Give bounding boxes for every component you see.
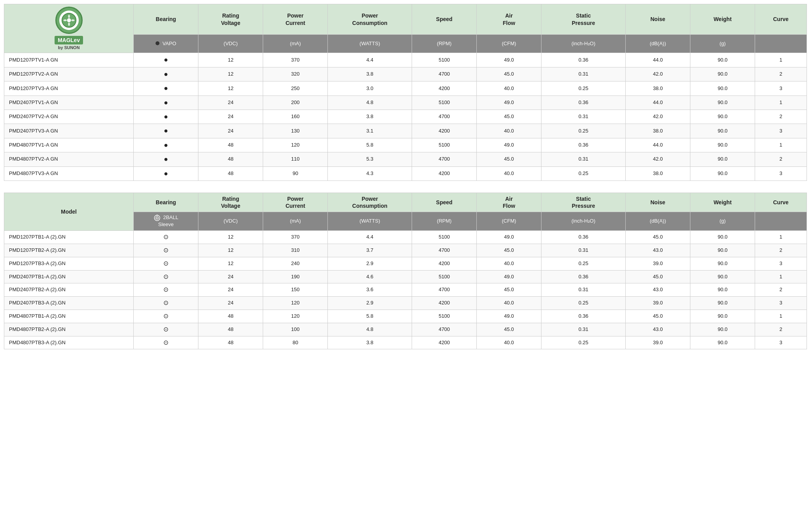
t2-model-cell: PMD4807PTB1-A (2).GN (4, 310, 134, 323)
t2-curve-unit-empty (755, 212, 807, 231)
t1-pressure-cell: 0.36 (541, 96, 626, 110)
t1-bearing-cell: ● (134, 138, 198, 152)
t2-airflow-cell: 45.0 (477, 244, 541, 257)
t2-cfm-unit: (CFM) (477, 212, 541, 231)
cfm-unit: (CFM) (477, 35, 541, 53)
t1-model-cell: PMD2407PTV2-A GN (4, 110, 134, 124)
noise-unit: (dB(A)) (626, 35, 690, 53)
t2-current-cell: 190 (263, 270, 328, 283)
t2-weight-cell: 90.0 (690, 257, 755, 270)
t2-noise-cell: 45.0 (626, 270, 690, 283)
t2-pressure-cell: 0.31 (541, 323, 626, 336)
t2-voltage-header: RatingVoltage (198, 193, 263, 212)
t1-model-cell: PMD1207PTV2-A GN (4, 67, 134, 81)
t2-weight-cell: 90.0 (690, 310, 755, 323)
t1-model-cell: PMD1207PTV1-A GN (4, 53, 134, 67)
t2-speed-cell: 5100 (412, 310, 477, 323)
weight-header: Weight (690, 4, 755, 35)
t1-voltage-cell: 48 (198, 138, 263, 152)
t1-pressure-cell: 0.31 (541, 110, 626, 124)
t1-noise-cell: 42.0 (626, 67, 690, 81)
t1-speed-cell: 5100 (412, 96, 477, 110)
t2-weight-cell: 90.0 (690, 270, 755, 283)
svg-point-1 (67, 18, 71, 22)
curve-header: Curve (755, 4, 807, 35)
t2-watts-unit: (WATTS) (328, 212, 412, 231)
t1-current-cell: 130 (263, 124, 328, 138)
t1-noise-cell: 44.0 (626, 53, 690, 67)
t2-current-header: PowerCurrent (263, 193, 328, 212)
t2-bearing-cell: ⊙ (134, 297, 198, 310)
current-unit: (mA) (263, 35, 328, 53)
table1-row: PMD4807PTV2-A GN ● 48 110 5.3 4700 45.0 … (4, 152, 807, 166)
t2-noise-cell: 45.0 (626, 231, 690, 244)
t1-power-cell: 5.8 (328, 138, 412, 152)
t1-noise-cell: 42.0 (626, 110, 690, 124)
t1-bearing-cell: ● (134, 124, 198, 138)
voltage-unit: (VDC) (198, 35, 263, 53)
t1-curve-cell: 3 (755, 166, 807, 180)
bearing-type-label: VAPO (163, 41, 176, 46)
t1-speed-cell: 4700 (412, 67, 477, 81)
t2-power-cell: 4.6 (328, 270, 412, 283)
table1-row: PMD2407PTV1-A GN ● 24 200 4.8 5100 49.0 … (4, 96, 807, 110)
t1-current-cell: 370 (263, 53, 328, 67)
t1-weight-cell: 90.0 (690, 110, 755, 124)
table2-row: PMD1207PTB2-A (2).GN ⊙ 12 310 3.7 4700 4… (4, 244, 807, 257)
t2-pressure-cell: 0.25 (541, 336, 626, 349)
t1-speed-cell: 4200 (412, 166, 477, 180)
t2-current-cell: 120 (263, 310, 328, 323)
t1-airflow-cell: 40.0 (477, 81, 541, 96)
t2-power-cell: 3.7 (328, 244, 412, 257)
t2-curve-cell: 1 (755, 231, 807, 244)
table2-row: PMD2407PTB2-A (2).GN ⊙ 24 150 3.6 4700 4… (4, 283, 807, 297)
t1-power-cell: 3.8 (328, 110, 412, 124)
t2-voltage-cell: 24 (198, 270, 263, 283)
weight-unit: (g) (690, 35, 755, 53)
t1-airflow-cell: 40.0 (477, 124, 541, 138)
logo-maglev-text: MAGLev (58, 37, 80, 43)
t1-curve-cell: 2 (755, 110, 807, 124)
t2-pressure-cell: 0.36 (541, 310, 626, 323)
t2-curve-cell: 2 (755, 283, 807, 297)
curve-unit-empty (755, 35, 807, 53)
t1-voltage-cell: 12 (198, 67, 263, 81)
t1-bearing-cell: ● (134, 67, 198, 81)
t2-bearing-cell: ⊙ (134, 283, 198, 297)
t2-speed-cell: 5100 (412, 270, 477, 283)
t2-noise-cell: 39.0 (626, 336, 690, 349)
t2-speed-cell: 4700 (412, 283, 477, 297)
table2-row: PMD4807PTB2-A (2).GN ⊙ 48 100 4.8 4700 4… (4, 323, 807, 336)
bearing-type-cell: VAPO (134, 35, 198, 53)
watts-unit: (WATTS) (328, 35, 412, 53)
t1-power-cell: 3.1 (328, 124, 412, 138)
t1-pressure-cell: 0.25 (541, 124, 626, 138)
t1-bearing-cell: ● (134, 110, 198, 124)
table1-header-row: MAGLev by SUNON Bearing RatingVoltage Po… (4, 4, 807, 35)
t1-speed-cell: 4200 (412, 81, 477, 96)
t1-speed-cell: 4700 (412, 152, 477, 166)
t2-current-cell: 100 (263, 323, 328, 336)
t1-curve-cell: 3 (755, 81, 807, 96)
table1: MAGLev by SUNON Bearing RatingVoltage Po… (4, 4, 807, 181)
t2-model-cell: PMD2407PTB3-A (2).GN (4, 297, 134, 310)
t1-airflow-cell: 49.0 (477, 138, 541, 152)
table2-body: PMD1207PTB1-A (2).GN ⊙ 12 370 4.4 5100 4… (4, 231, 807, 349)
t2-speed-cell: 4200 (412, 257, 477, 270)
t2-voltage-cell: 48 (198, 336, 263, 349)
t1-power-cell: 4.8 (328, 96, 412, 110)
table2-row: PMD4807PTB1-A (2).GN ⊙ 48 120 5.8 5100 4… (4, 310, 807, 323)
t2-curve-cell: 1 (755, 310, 807, 323)
logo-container: MAGLev by SUNON (6, 7, 132, 50)
t2-weight-cell: 90.0 (690, 244, 755, 257)
t2-curve-cell: 3 (755, 257, 807, 270)
t2-airflow-cell: 49.0 (477, 231, 541, 244)
table2-section: Model Bearing RatingVoltage PowerCurrent… (4, 193, 807, 349)
t2-airflow-cell: 45.0 (477, 283, 541, 297)
pressure-unit: (inch-H₂O) (541, 35, 626, 53)
table1-row: PMD1207PTV3-A GN ● 12 250 3.0 4200 40.0 … (4, 81, 807, 96)
t2-model-cell: PMD1207PTB1-A (2).GN (4, 231, 134, 244)
t1-model-cell: PMD1207PTV3-A GN (4, 81, 134, 96)
t2-current-cell: 310 (263, 244, 328, 257)
t2-pressure-cell: 0.31 (541, 283, 626, 297)
